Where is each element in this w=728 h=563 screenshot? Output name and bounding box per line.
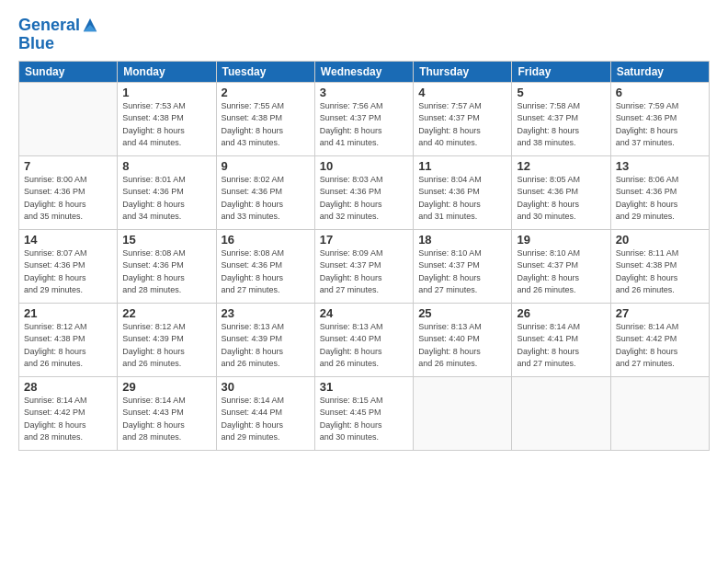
day-number: 2 <box>222 86 310 99</box>
week-row-3: 14Sunrise: 8:07 AM Sunset: 4:36 PM Dayli… <box>19 229 710 303</box>
day-info: Sunrise: 8:14 AM Sunset: 4:42 PM Dayligh… <box>616 321 704 371</box>
day-cell: 14Sunrise: 8:07 AM Sunset: 4:36 PM Dayli… <box>19 229 118 303</box>
week-row-5: 28Sunrise: 8:14 AM Sunset: 4:42 PM Dayli… <box>19 376 710 450</box>
day-cell: 13Sunrise: 8:06 AM Sunset: 4:36 PM Dayli… <box>610 155 709 229</box>
day-number: 7 <box>24 159 112 173</box>
day-number: 1 <box>122 86 210 99</box>
day-info: Sunrise: 8:01 AM Sunset: 4:36 PM Dayligh… <box>122 174 210 224</box>
day-cell: 9Sunrise: 8:02 AM Sunset: 4:36 PM Daylig… <box>216 155 314 229</box>
day-number: 8 <box>122 159 210 173</box>
day-cell: 24Sunrise: 8:13 AM Sunset: 4:40 PM Dayli… <box>314 303 413 376</box>
day-number: 14 <box>24 233 112 247</box>
day-cell: 17Sunrise: 8:09 AM Sunset: 4:37 PM Dayli… <box>314 229 413 303</box>
day-info: Sunrise: 8:13 AM Sunset: 4:40 PM Dayligh… <box>418 321 506 371</box>
day-number: 17 <box>320 233 408 247</box>
day-cell: 31Sunrise: 8:15 AM Sunset: 4:45 PM Dayli… <box>314 376 413 450</box>
calendar-table: SundayMondayTuesdayWednesdayThursdayFrid… <box>18 61 710 451</box>
day-cell: 20Sunrise: 8:11 AM Sunset: 4:38 PM Dayli… <box>610 229 709 303</box>
day-number: 13 <box>616 159 704 173</box>
day-cell: 18Sunrise: 8:10 AM Sunset: 4:37 PM Dayli… <box>414 229 512 303</box>
weekday-saturday: Saturday <box>610 61 709 82</box>
day-number: 26 <box>517 306 605 320</box>
day-number: 22 <box>122 306 210 320</box>
day-info: Sunrise: 8:11 AM Sunset: 4:38 PM Dayligh… <box>616 247 704 297</box>
week-row-2: 7Sunrise: 8:00 AM Sunset: 4:36 PM Daylig… <box>19 155 710 229</box>
day-cell: 15Sunrise: 8:08 AM Sunset: 4:36 PM Dayli… <box>118 229 216 303</box>
logo: General Blue <box>18 17 104 53</box>
day-cell: 2Sunrise: 7:55 AM Sunset: 4:38 PM Daylig… <box>216 82 314 155</box>
day-cell: 12Sunrise: 8:05 AM Sunset: 4:36 PM Dayli… <box>512 155 610 229</box>
day-cell <box>414 376 512 450</box>
day-number: 9 <box>222 159 310 173</box>
day-info: Sunrise: 8:10 AM Sunset: 4:37 PM Dayligh… <box>517 247 605 297</box>
day-cell: 4Sunrise: 7:57 AM Sunset: 4:37 PM Daylig… <box>414 82 512 155</box>
day-info: Sunrise: 8:12 AM Sunset: 4:39 PM Dayligh… <box>122 321 210 371</box>
day-cell: 22Sunrise: 8:12 AM Sunset: 4:39 PM Dayli… <box>118 303 216 376</box>
day-cell: 26Sunrise: 8:14 AM Sunset: 4:41 PM Dayli… <box>512 303 610 376</box>
day-info: Sunrise: 8:07 AM Sunset: 4:36 PM Dayligh… <box>24 247 112 297</box>
day-info: Sunrise: 8:04 AM Sunset: 4:36 PM Dayligh… <box>418 174 506 224</box>
day-cell: 5Sunrise: 7:58 AM Sunset: 4:37 PM Daylig… <box>512 82 610 155</box>
day-number: 30 <box>222 380 310 394</box>
day-info: Sunrise: 8:14 AM Sunset: 4:44 PM Dayligh… <box>222 395 310 444</box>
day-cell: 23Sunrise: 8:13 AM Sunset: 4:39 PM Dayli… <box>216 303 314 376</box>
day-cell: 10Sunrise: 8:03 AM Sunset: 4:36 PM Dayli… <box>314 155 413 229</box>
day-info: Sunrise: 7:57 AM Sunset: 4:37 PM Dayligh… <box>418 100 506 150</box>
day-info: Sunrise: 7:58 AM Sunset: 4:37 PM Dayligh… <box>517 100 605 150</box>
weekday-friday: Friday <box>512 61 610 82</box>
day-info: Sunrise: 8:00 AM Sunset: 4:36 PM Dayligh… <box>24 174 112 224</box>
day-number: 18 <box>418 233 506 247</box>
day-number: 15 <box>122 233 210 247</box>
day-number: 19 <box>517 233 605 247</box>
weekday-monday: Monday <box>118 61 216 82</box>
day-info: Sunrise: 8:03 AM Sunset: 4:36 PM Dayligh… <box>320 174 408 224</box>
day-number: 24 <box>320 306 408 320</box>
day-cell: 16Sunrise: 8:08 AM Sunset: 4:36 PM Dayli… <box>216 229 314 303</box>
week-row-1: 1Sunrise: 7:53 AM Sunset: 4:38 PM Daylig… <box>19 82 710 155</box>
day-number: 20 <box>616 233 704 247</box>
day-number: 31 <box>320 380 408 394</box>
day-number: 23 <box>222 306 310 320</box>
day-info: Sunrise: 8:09 AM Sunset: 4:37 PM Dayligh… <box>320 247 408 297</box>
day-number: 6 <box>616 86 704 99</box>
day-cell: 6Sunrise: 7:59 AM Sunset: 4:36 PM Daylig… <box>610 82 709 155</box>
page: General Blue SundayMondayTuesdayWednesda… <box>0 0 728 563</box>
day-number: 27 <box>616 306 704 320</box>
day-cell: 21Sunrise: 8:12 AM Sunset: 4:38 PM Dayli… <box>19 303 118 376</box>
day-cell <box>19 82 118 155</box>
day-info: Sunrise: 8:05 AM Sunset: 4:36 PM Dayligh… <box>517 174 605 224</box>
day-cell: 8Sunrise: 8:01 AM Sunset: 4:36 PM Daylig… <box>118 155 216 229</box>
weekday-thursday: Thursday <box>414 61 512 82</box>
day-number: 3 <box>320 86 408 99</box>
day-info: Sunrise: 8:13 AM Sunset: 4:39 PM Dayligh… <box>222 321 310 371</box>
day-cell: 30Sunrise: 8:14 AM Sunset: 4:44 PM Dayli… <box>216 376 314 450</box>
day-info: Sunrise: 8:06 AM Sunset: 4:36 PM Dayligh… <box>616 174 704 224</box>
day-info: Sunrise: 7:53 AM Sunset: 4:38 PM Dayligh… <box>122 100 210 150</box>
day-cell: 7Sunrise: 8:00 AM Sunset: 4:36 PM Daylig… <box>19 155 118 229</box>
day-number: 25 <box>418 306 506 320</box>
day-number: 29 <box>122 380 210 394</box>
day-cell: 1Sunrise: 7:53 AM Sunset: 4:38 PM Daylig… <box>118 82 216 155</box>
day-cell: 27Sunrise: 8:14 AM Sunset: 4:42 PM Dayli… <box>610 303 709 376</box>
day-info: Sunrise: 7:55 AM Sunset: 4:38 PM Dayligh… <box>222 100 310 150</box>
day-info: Sunrise: 8:15 AM Sunset: 4:45 PM Dayligh… <box>320 395 408 444</box>
day-cell: 28Sunrise: 8:14 AM Sunset: 4:42 PM Dayli… <box>19 376 118 450</box>
logo-blue: Blue <box>18 35 104 53</box>
day-cell <box>610 376 709 450</box>
day-number: 12 <box>517 159 605 173</box>
day-cell: 25Sunrise: 8:13 AM Sunset: 4:40 PM Dayli… <box>414 303 512 376</box>
weekday-tuesday: Tuesday <box>216 61 314 82</box>
week-row-4: 21Sunrise: 8:12 AM Sunset: 4:38 PM Dayli… <box>19 303 710 376</box>
day-info: Sunrise: 7:56 AM Sunset: 4:37 PM Dayligh… <box>320 100 408 150</box>
day-info: Sunrise: 8:12 AM Sunset: 4:38 PM Dayligh… <box>24 321 112 371</box>
day-number: 10 <box>320 159 408 173</box>
day-number: 21 <box>24 306 112 320</box>
weekday-sunday: Sunday <box>19 61 118 82</box>
day-number: 16 <box>222 233 310 247</box>
day-info: Sunrise: 8:14 AM Sunset: 4:41 PM Dayligh… <box>517 321 605 371</box>
day-info: Sunrise: 8:14 AM Sunset: 4:42 PM Dayligh… <box>24 395 112 444</box>
logo-icon <box>82 17 98 35</box>
weekday-header-row: SundayMondayTuesdayWednesdayThursdayFrid… <box>19 61 710 82</box>
day-cell: 11Sunrise: 8:04 AM Sunset: 4:36 PM Dayli… <box>414 155 512 229</box>
day-cell: 29Sunrise: 8:14 AM Sunset: 4:43 PM Dayli… <box>118 376 216 450</box>
